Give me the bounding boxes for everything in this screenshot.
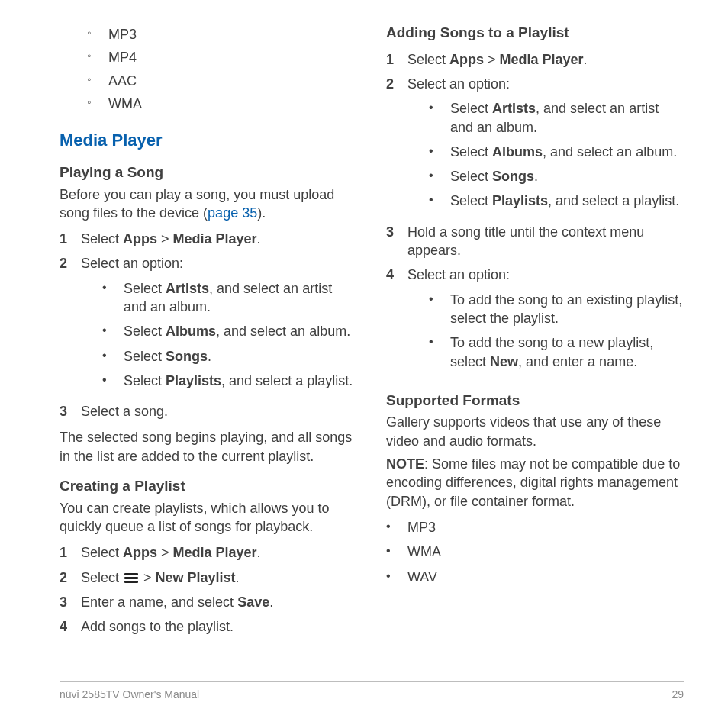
page-number: 29	[672, 688, 684, 701]
text: , and select a playlist.	[548, 193, 679, 208]
top-format-list: MP3 MP4 AAC WMA	[60, 23, 357, 115]
steps-creating: Select Apps > Media Player. Select > New…	[60, 540, 357, 639]
list-item: AAC	[60, 69, 357, 92]
text: ).	[257, 205, 266, 221]
text: >	[157, 545, 173, 560]
right-column: Adding Songs to a Playlist Select Apps >…	[386, 23, 684, 644]
list-item: Select Songs.	[407, 164, 684, 188]
text: .	[257, 545, 261, 560]
text: Select	[450, 101, 492, 116]
left-column: MP3 MP4 AAC WMA Media Player Playing a S…	[60, 23, 357, 644]
text: , and enter a name.	[518, 354, 637, 369]
step: Select an option: Select Artists, and se…	[386, 72, 684, 220]
page-body: MP3 MP4 AAC WMA Media Player Playing a S…	[0, 0, 728, 667]
heading-adding-songs: Adding Songs to a Playlist	[386, 23, 684, 43]
text: Select	[450, 169, 492, 184]
text: Select	[450, 144, 492, 159]
step: Select Apps > Media Player.	[386, 47, 684, 72]
text: , and select an album.	[216, 324, 350, 339]
term-songs: Songs	[492, 169, 534, 184]
text: Select an option:	[407, 267, 510, 282]
term-new: New	[490, 354, 518, 369]
step: Select Apps > Media Player.	[60, 540, 357, 565]
text: Select	[124, 373, 166, 388]
step: Select > New Playlist.	[60, 565, 357, 590]
text: Select	[124, 324, 166, 339]
paragraph: You can create playlists, which allows y…	[60, 499, 357, 536]
text: .	[584, 52, 588, 67]
term-media-player: Media Player	[500, 52, 584, 67]
term-media-player: Media Player	[173, 231, 257, 246]
note-label: NOTE	[386, 456, 424, 472]
page-footer: nüvi 2585TV Owner's Manual 29	[60, 681, 684, 701]
link-page-35[interactable]: page 35	[208, 205, 257, 221]
list-item: WMA	[386, 540, 684, 564]
text: .	[269, 594, 273, 610]
text: , and select a playlist.	[221, 373, 353, 388]
term-save: Save	[237, 594, 269, 610]
list-item: MP3	[386, 515, 684, 540]
steps-playing: Select Apps > Media Player. Select an op…	[60, 227, 357, 424]
text: Select an option:	[407, 76, 510, 92]
text: Select	[81, 231, 123, 246]
menu-icon	[124, 573, 138, 583]
list-item: Select Albums, and select an album.	[81, 319, 357, 343]
term-new-playlist: New Playlist	[156, 570, 236, 585]
text: .	[534, 169, 538, 184]
list-item: Select Artists, and select an artist and…	[407, 96, 684, 140]
term-playlists: Playlists	[492, 193, 548, 208]
footer-title: nüvi 2585TV Owner's Manual	[60, 688, 199, 701]
text: >	[140, 570, 156, 585]
term-apps: Apps	[123, 231, 157, 246]
term-songs: Songs	[166, 349, 208, 364]
text: Select	[450, 193, 492, 208]
heading-creating-playlist: Creating a Playlist	[60, 476, 357, 496]
list-item: Select Playlists, and select a playlist.	[81, 369, 357, 393]
list-item: To add the song to a new playlist, selec…	[407, 330, 684, 374]
list-item: WMA	[60, 92, 357, 115]
text: >	[157, 231, 173, 246]
step: Add songs to the playlist.	[60, 614, 357, 639]
step: Select an option: Select Artists, and se…	[60, 251, 357, 399]
list-item: Select Artists, and select an artist and…	[81, 276, 357, 320]
text: .	[208, 349, 211, 364]
term-artists: Artists	[492, 101, 536, 116]
option-list: To add the song to an existing playlist,…	[407, 288, 684, 374]
text: .	[257, 231, 261, 246]
paragraph: Before you can play a song, you must upl…	[60, 185, 357, 223]
text: .	[236, 570, 240, 585]
term-media-player: Media Player	[173, 545, 257, 560]
term-apps: Apps	[123, 545, 157, 560]
list-item: Select Songs.	[81, 344, 357, 369]
text: Before you can play a song, you must upl…	[60, 187, 334, 221]
steps-adding: Select Apps > Media Player. Select an op…	[386, 47, 684, 380]
format-list: MP3 WMA WAV	[386, 515, 684, 589]
text: , and select an album.	[543, 144, 677, 159]
term-playlists: Playlists	[166, 373, 221, 388]
step: Select Apps > Media Player.	[60, 227, 357, 251]
paragraph: Gallery supports videos that use any of …	[386, 413, 684, 450]
heading-supported-formats: Supported Formats	[386, 391, 684, 411]
list-item: MP4	[60, 46, 357, 69]
term-albums: Albums	[166, 324, 216, 339]
term-albums: Albums	[492, 144, 543, 159]
text: Select	[124, 349, 166, 364]
term-apps: Apps	[449, 52, 484, 67]
step: Select an option: To add the song to an …	[386, 263, 684, 379]
list-item: Select Albums, and select an album.	[407, 140, 684, 164]
text: Select an option:	[81, 256, 183, 271]
list-item: To add the song to an existing playlist,…	[407, 288, 684, 331]
list-item: Select Playlists, and select a playlist.	[407, 188, 684, 213]
text: Select	[407, 52, 449, 67]
option-list: Select Artists, and select an artist and…	[407, 96, 684, 213]
text: : Some files may not be compatible due t…	[386, 456, 680, 509]
step: Select a song.	[60, 399, 357, 424]
text: >	[484, 52, 500, 67]
text: Select	[81, 570, 123, 585]
option-list: Select Artists, and select an artist and…	[81, 276, 357, 393]
list-item: MP3	[60, 23, 357, 46]
step: Hold a song title until the context menu…	[386, 220, 684, 263]
heading-playing-a-song: Playing a Song	[60, 163, 357, 182]
list-item: WAV	[386, 565, 684, 589]
section-heading-media-player: Media Player	[60, 129, 357, 152]
